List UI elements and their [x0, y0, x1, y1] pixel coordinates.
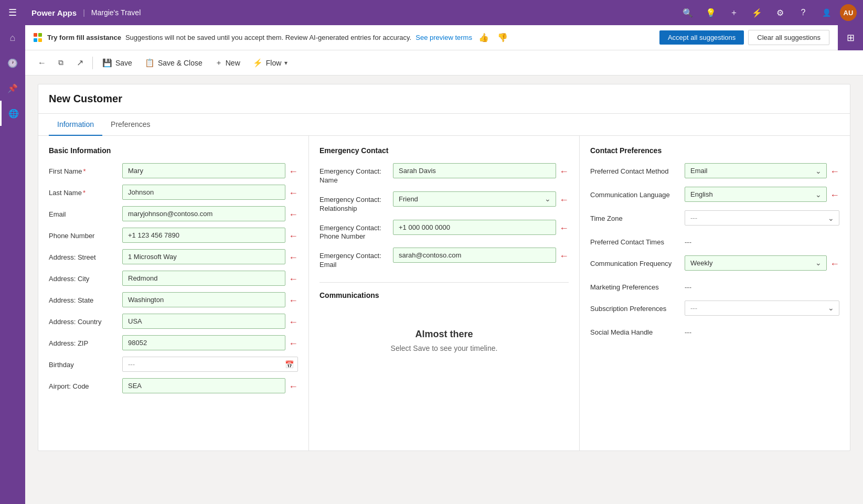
last-name-field	[122, 185, 285, 200]
sub-pref-select[interactable]: ---	[685, 301, 839, 316]
flow-chevron: ▾	[284, 59, 287, 67]
page-content: New Customer Information Preferences Bas…	[25, 76, 863, 504]
suggestion-preview-link[interactable]: See preview terms	[415, 34, 472, 41]
almost-there-title: Almost there	[415, 329, 473, 340]
first-name-arrow: ←	[289, 166, 298, 177]
airport-label: Airport: Code	[49, 378, 122, 391]
last-name-input[interactable]	[122, 185, 285, 200]
zip-label: Address: ZIP	[49, 335, 122, 348]
timezone-label: Time Zone	[590, 210, 685, 223]
first-name-label: First Name*	[49, 163, 122, 176]
city-input[interactable]	[122, 271, 285, 286]
phone-input[interactable]	[122, 228, 285, 243]
state-label: Address: State	[49, 292, 122, 305]
avatar[interactable]: AU	[840, 4, 857, 21]
social-media-label: Social Media Handle	[590, 324, 685, 337]
ec-name-arrow: ←	[559, 166, 569, 177]
tab-information[interactable]: Information	[49, 114, 102, 136]
tab-preferences[interactable]: Preferences	[102, 114, 158, 136]
birthday-label: Birthday	[49, 357, 122, 370]
sidebar-pin-icon[interactable]: 📌	[0, 76, 25, 101]
sidebar-home-icon[interactable]: ⌂	[0, 25, 25, 50]
first-name-input[interactable]	[122, 163, 285, 178]
account-icon[interactable]: 👤	[817, 3, 836, 22]
settings-icon[interactable]: ⚙	[771, 3, 790, 22]
clear-all-button[interactable]: Clear all suggestions	[748, 30, 829, 45]
accept-all-button[interactable]: Accept all suggestions	[659, 30, 744, 45]
search-icon[interactable]: 🔍	[678, 3, 697, 22]
comm-lang-row: Communication Language English Spanish F…	[590, 187, 839, 202]
ec-rel-select[interactable]: Friend Spouse Parent Sibling	[393, 191, 556, 207]
state-arrow: ←	[289, 295, 298, 306]
state-field	[122, 292, 285, 307]
zip-input[interactable]	[122, 335, 285, 350]
forward-button[interactable]: ↗	[71, 55, 88, 71]
comm-lang-select[interactable]: English Spanish French	[685, 187, 827, 202]
flow-icon: ⚡	[253, 58, 263, 68]
email-label: Email	[49, 206, 122, 219]
toolbar: ← ⧉ ↗ 💾 Save 📋 Save & Close ＋ New ⚡ Flow…	[25, 50, 863, 76]
sidebar-globe-icon[interactable]: 🌐	[0, 101, 25, 126]
lightbulb-icon[interactable]: 💡	[701, 3, 720, 22]
ec-phone-input[interactable]	[393, 220, 556, 235]
nav-divider: |	[83, 8, 85, 17]
pref-contact-method-select[interactable]: Email Phone SMS	[685, 163, 827, 178]
ec-rel-arrow: ←	[559, 195, 569, 206]
marketing-pref-value: ---	[685, 279, 839, 291]
ec-email-row: Emergency Contact: Email ←	[319, 248, 569, 270]
country-arrow: ←	[289, 317, 298, 328]
add-icon[interactable]: ＋	[725, 3, 743, 22]
pref-contact-method-field: Email Phone SMS	[685, 163, 827, 178]
ec-email-input[interactable]	[393, 248, 556, 263]
timezone-select[interactable]: ---	[685, 210, 839, 226]
sidebar-recent-icon[interactable]: 🕐	[0, 50, 25, 76]
comm-freq-select[interactable]: Weekly Daily Monthly	[685, 255, 827, 271]
sub-pref-row: Subscription Preferences ---	[590, 301, 839, 316]
basic-info-title: Basic Information	[49, 146, 298, 155]
airport-arrow: ←	[289, 381, 298, 392]
emergency-title: Emergency Contact	[319, 146, 569, 155]
comm-lang-arrow: ←	[830, 190, 839, 201]
contact-prefs-title: Contact Preferences	[590, 146, 839, 155]
country-input[interactable]	[122, 314, 285, 329]
airport-input[interactable]	[122, 378, 285, 393]
save-label: Save	[115, 59, 132, 67]
new-button[interactable]: ＋ New	[210, 55, 246, 71]
email-input[interactable]	[122, 206, 285, 221]
filter-icon[interactable]: ⚡	[748, 3, 766, 22]
sidebar-hamburger[interactable]: ☰	[0, 0, 25, 25]
street-input[interactable]	[122, 249, 285, 264]
comm-freq-field: Weekly Daily Monthly	[685, 255, 827, 271]
side-panel-icon[interactable]: ⊞	[838, 25, 863, 50]
help-icon[interactable]: ?	[794, 3, 813, 22]
suggestion-bar: Try form fill assistance Suggestions wil…	[25, 25, 838, 50]
ec-email-label: Emergency Contact: Email	[319, 248, 393, 270]
email-row: Email ←	[49, 206, 298, 221]
street-label: Address: Street	[49, 249, 122, 262]
thumb-up-icon[interactable]: 👍	[476, 33, 491, 42]
last-name-row: Last Name* ←	[49, 185, 298, 200]
flow-button[interactable]: ⚡ Flow ▾	[248, 55, 293, 71]
app-name-label: Power Apps	[31, 8, 77, 17]
state-input[interactable]	[122, 292, 285, 307]
form-card: New Customer Information Preferences Bas…	[38, 84, 850, 451]
restore-button[interactable]: ⧉	[52, 55, 69, 71]
phone-label: Phone Number	[49, 228, 122, 241]
pref-contact-method-row: Preferred Contact Method Email Phone SMS…	[590, 163, 839, 178]
save-close-icon: 📋	[145, 58, 155, 68]
city-label: Address: City	[49, 271, 122, 284]
ec-name-row: Emergency Contact: Name ←	[319, 163, 569, 185]
communications-title: Communications	[319, 291, 569, 299]
ec-name-input[interactable]	[393, 163, 556, 178]
contact-prefs-section: Contact Preferences Preferred Contact Me…	[580, 136, 850, 451]
pref-times-label: Preferred Contact Times	[590, 234, 685, 247]
sub-pref-field: ---	[685, 301, 839, 316]
save-close-label: Save & Close	[158, 59, 203, 67]
save-button[interactable]: 💾 Save	[97, 55, 137, 71]
thumb-down-icon[interactable]: 👎	[495, 33, 510, 42]
save-close-button[interactable]: 📋 Save & Close	[140, 55, 208, 71]
emergency-section: Emergency Contact Emergency Contact: Nam…	[309, 136, 580, 451]
back-button[interactable]: ←	[34, 55, 50, 71]
birthday-input[interactable]	[122, 357, 298, 372]
social-media-value: ---	[685, 324, 839, 336]
